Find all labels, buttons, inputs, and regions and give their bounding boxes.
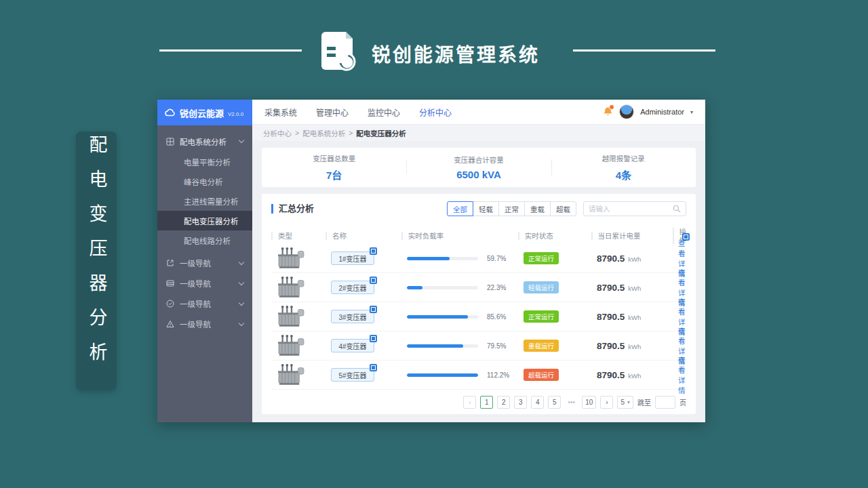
filter-heavy-button[interactable]: 重载	[524, 201, 551, 216]
breadcrumb-item[interactable]: 配电系统分析	[302, 128, 345, 138]
chevron-down-icon	[239, 300, 244, 305]
grid-icon	[166, 138, 174, 146]
topnav-item-analysis[interactable]: 分析中心	[419, 106, 452, 118]
energy-value: 8790.5	[597, 253, 625, 264]
sidebar-version: V2.0.0	[228, 111, 243, 117]
sidebar-item-transformer-analysis[interactable]: 配电变压器分析	[157, 211, 252, 230]
topnav-item-monitoring[interactable]: 监控中心	[368, 106, 400, 118]
transformer-name-chip[interactable]: 3#变压器	[331, 310, 374, 323]
energy-unit: kWh	[628, 343, 641, 350]
external-link-icon	[166, 259, 174, 267]
load-percentage: 59.7%	[487, 255, 506, 262]
transformer-name-chip[interactable]: 5#变压器	[331, 368, 374, 382]
transformer-image	[271, 275, 326, 300]
table-row: 4#变压器 79.5% 重载运行 8790.5kWh 查看详情	[271, 331, 686, 361]
load-progress-bar	[407, 286, 478, 289]
sidebar-item-peak-valley[interactable]: 峰谷电分析	[157, 171, 252, 191]
load-percentage: 112.2%	[487, 371, 509, 379]
banner-divider-left	[159, 49, 302, 52]
page-size-select[interactable]: 5▾	[617, 396, 633, 409]
sidebar-menu: 配电系统分析 电量平衡分析 峰谷电分析 主进线需量分析 配电变压器分析 配电线路…	[157, 125, 252, 422]
pagination-page-1[interactable]: 1	[480, 396, 493, 409]
cloud-icon	[165, 108, 176, 117]
load-progress-bar	[407, 373, 478, 377]
pagination-prev-button[interactable]: ‹	[463, 396, 476, 409]
sidebar-nav-2[interactable]: 一级导航	[157, 273, 252, 293]
search-box	[583, 201, 686, 216]
search-input[interactable]	[589, 205, 673, 213]
chevron-down-icon	[239, 138, 244, 143]
filter-all-button[interactable]: 全部	[447, 201, 473, 216]
link-badge-icon	[682, 233, 690, 241]
app-window: 锐创云能源 V2.0.0 配电系统分析 电量平衡分析 峰谷电分析 主进线需量分析…	[157, 100, 705, 422]
pagination-page-5[interactable]: 5	[548, 396, 561, 409]
pagination-page-10[interactable]: 10	[582, 396, 596, 409]
sidebar-nav-1[interactable]: 一级导航	[157, 253, 252, 273]
status-badge: 正常运行	[524, 310, 559, 323]
energy-unit: kWh	[628, 314, 641, 321]
table-row: 1#变压器 59.7% 正常运行 8790.5kWh 查看详情	[271, 244, 686, 273]
notification-bell-icon[interactable]	[603, 106, 613, 117]
sidebar-group-distribution-analysis[interactable]: 配电系统分析	[157, 131, 252, 152]
table-row: 2#变压器 22.3% 轻载运行 8790.5kWh 查看详情	[271, 273, 686, 302]
pagination-page-4[interactable]: 4	[531, 396, 544, 409]
sidebar-logo[interactable]: 锐创云能源 V2.0.0	[157, 100, 252, 125]
chip-badge-icon	[370, 247, 377, 255]
filter-over-button[interactable]: 超载	[550, 201, 576, 216]
user-dropdown-caret-icon[interactable]: ▾	[690, 109, 693, 115]
sidebar-item-main-line-demand[interactable]: 主进线需量分析	[157, 191, 252, 211]
filter-light-button[interactable]: 轻载	[473, 201, 499, 216]
col-header-status: 实时状态	[518, 232, 591, 240]
transformer-image	[271, 246, 326, 270]
chevron-down-icon	[239, 259, 244, 264]
topnav-item-collection[interactable]: 采集系统	[264, 106, 297, 118]
stats-card: 变压器总数量 7台 变压器合计容量 6500 kVA 越限报警记录 4条	[262, 148, 696, 187]
chip-badge-icon	[370, 335, 377, 342]
table-body: 1#变压器 59.7% 正常运行 8790.5kWh 查看详情 2#变压器 22…	[271, 244, 686, 390]
panel-header-right: 全部 轻载 正常 重载 超载	[447, 201, 686, 216]
stat-alarm-records: 越限报警记录 4条	[551, 153, 696, 182]
topnav-right: Administrator ▾	[603, 104, 693, 119]
stat-total-capacity: 变压器合计容量 6500 kVA	[406, 155, 551, 180]
table-icon	[166, 279, 174, 287]
transformer-name-chip[interactable]: 4#变压器	[331, 339, 374, 352]
document-logo-icon	[320, 30, 358, 75]
filter-normal-button[interactable]: 正常	[498, 201, 525, 216]
pagination-ellipsis: •••	[565, 396, 578, 409]
pagination-page-3[interactable]: 3	[514, 396, 527, 409]
select-caret-icon: ▾	[627, 399, 630, 405]
warning-triangle-icon	[166, 320, 174, 328]
col-header-name: 名称	[326, 232, 401, 240]
load-percentage: 85.6%	[487, 313, 506, 321]
breadcrumb-item[interactable]: 分析中心	[263, 128, 292, 138]
banner-divider-right	[573, 49, 715, 52]
search-icon[interactable]	[673, 205, 681, 213]
sidebar-item-energy-balance[interactable]: 电量平衡分析	[157, 152, 252, 171]
sidebar-nav-3[interactable]: 一级导航	[157, 293, 252, 314]
breadcrumb-current: 配电变压器分析	[356, 128, 406, 138]
energy-value: 8790.5	[597, 370, 625, 380]
jump-page-input[interactable]	[655, 396, 675, 409]
table-row: 5#变压器 112.2% 超载运行 8790.5kWh 查看详情	[271, 361, 686, 390]
topnav-item-management[interactable]: 管理中心	[316, 106, 349, 118]
transformer-name-chip[interactable]: 2#变压器	[331, 281, 374, 294]
sidebar-item-line-analysis[interactable]: 配电线路分析	[157, 230, 252, 250]
vertical-title-text: 配电变压器分析	[87, 135, 106, 387]
chip-badge-icon	[370, 364, 377, 371]
energy-value: 8790.5	[597, 283, 625, 293]
transformer-name-chip[interactable]: 1#变压器	[331, 251, 374, 265]
view-details-link[interactable]: 查看详情	[678, 354, 686, 395]
breadcrumb-separator: >	[349, 129, 353, 137]
pagination-page-2[interactable]: 2	[497, 396, 510, 409]
load-progress-bar	[407, 315, 478, 319]
stat-transformer-count: 变压器总数量 7台	[262, 153, 406, 182]
transformer-image	[271, 333, 326, 358]
pagination-next-button[interactable]: ›	[600, 396, 613, 409]
sidebar-nav-4[interactable]: 一级导航	[157, 314, 252, 334]
sidebar-group-label: 配电系统分析	[180, 136, 226, 147]
user-avatar[interactable]	[619, 104, 634, 119]
panel-title: 汇总分析	[271, 204, 314, 214]
notification-dot	[609, 104, 614, 110]
summary-panel: 汇总分析 全部 轻载 正常 重载 超载	[262, 194, 696, 414]
sidebar-logo-text: 锐创云能源	[180, 106, 224, 119]
